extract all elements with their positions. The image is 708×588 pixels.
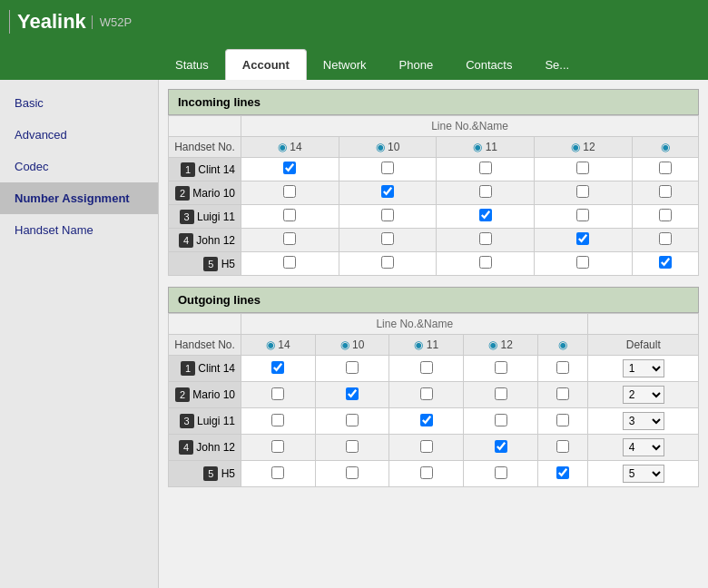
incoming-checkbox-row2-col1[interactable] — [283, 185, 296, 198]
outgoing-checkbox-row4-col3[interactable] — [420, 440, 433, 453]
incoming-checkbox-row4-col2[interactable] — [381, 232, 394, 245]
outgoing-line-10: ◉ 10 — [315, 335, 389, 356]
outgoing-row: 1 Clint 1412345 — [169, 356, 699, 382]
outgoing-checkbox-row5-col4[interactable] — [495, 466, 507, 479]
incoming-checkbox-row4-col1[interactable] — [283, 232, 296, 245]
tab-contacts[interactable]: Contacts — [449, 49, 528, 80]
outgoing-checkbox-row3-col4[interactable] — [495, 414, 507, 426]
outgoing-checkbox-row1-col4[interactable] — [495, 361, 507, 374]
tab-phone[interactable]: Phone — [383, 49, 450, 80]
incoming-row: 3 Luigi 11 — [169, 205, 699, 229]
outgoing-row: 4 John 1212345 — [169, 435, 699, 461]
row-badge: 5 — [203, 466, 218, 481]
incoming-checkbox-row5-col5[interactable] — [659, 256, 672, 269]
sidebar-item-number-assignment[interactable]: Number Assignment — [0, 182, 158, 214]
outgoing-line-no-name-header: Line No.&Name — [241, 314, 588, 335]
outgoing-checkbox-row1-col3[interactable] — [420, 361, 433, 374]
incoming-table: Line No.&Name Handset No. ◉ 14 ◉ 10 ◉ 11… — [168, 115, 699, 276]
outgoing-checkbox-row3-col2[interactable] — [346, 414, 359, 426]
outgoing-default-select-row3[interactable]: 12345 — [623, 412, 664, 430]
incoming-checkbox-row5-col4[interactable] — [576, 256, 589, 269]
tab-network[interactable]: Network — [307, 49, 383, 80]
row-name: Mario 10 — [192, 388, 235, 401]
outgoing-handset-no-label: Handset No. — [169, 335, 241, 356]
sidebar-item-advanced[interactable]: Advanced — [0, 119, 158, 151]
outgoing-checkbox-row5-col5[interactable] — [556, 466, 569, 479]
row-name: Mario 10 — [192, 187, 235, 200]
outgoing-checkbox-row3-col3[interactable] — [420, 414, 433, 426]
sidebar-item-codec[interactable]: Codec — [0, 151, 158, 182]
outgoing-checkbox-row4-col2[interactable] — [346, 440, 359, 453]
layout: Basic Advanced Codec Number Assignment H… — [0, 80, 708, 588]
outgoing-checkbox-row2-col2[interactable] — [346, 387, 359, 400]
incoming-checkbox-row2-col3[interactable] — [479, 185, 492, 198]
outgoing-checkbox-row1-col2[interactable] — [346, 361, 359, 374]
incoming-empty-header — [169, 116, 241, 137]
outgoing-checkbox-row4-col4[interactable] — [495, 440, 507, 453]
row-badge: 2 — [175, 186, 190, 201]
incoming-checkbox-row3-col2[interactable] — [381, 209, 394, 221]
incoming-checkbox-row1-col4[interactable] — [576, 162, 589, 174]
incoming-row: 5 H5 — [169, 252, 699, 276]
incoming-checkbox-row3-col1[interactable] — [283, 209, 296, 221]
outgoing-checkbox-row5-col2[interactable] — [346, 466, 359, 479]
incoming-checkbox-row1-col5[interactable] — [659, 162, 672, 174]
row-badge: 1 — [181, 162, 195, 177]
incoming-checkbox-row1-col1[interactable] — [283, 162, 296, 174]
tab-status[interactable]: Status — [159, 49, 225, 80]
outgoing-checkbox-row5-col1[interactable] — [271, 466, 284, 479]
incoming-checkbox-row4-col5[interactable] — [659, 232, 672, 245]
outgoing-checkbox-row1-col1[interactable] — [271, 361, 284, 374]
incoming-checkbox-row3-col3[interactable] — [479, 209, 492, 221]
outgoing-checkbox-row4-col1[interactable] — [271, 440, 284, 453]
row-badge: 3 — [180, 210, 194, 224]
outgoing-default-select-row4[interactable]: 12345 — [623, 438, 664, 456]
incoming-handset-no-label: Handset No. — [169, 137, 241, 158]
incoming-checkbox-row1-col2[interactable] — [381, 162, 394, 174]
outgoing-checkbox-row1-col5[interactable] — [556, 361, 569, 374]
outgoing-default-select-row5[interactable]: 12345 — [623, 465, 664, 483]
outgoing-default-select-row2[interactable]: 12345 — [623, 386, 664, 404]
incoming-checkbox-row1-col3[interactable] — [479, 162, 492, 174]
row-badge: 2 — [175, 387, 190, 402]
row-name: Luigi 11 — [197, 415, 235, 427]
outgoing-checkbox-row2-col5[interactable] — [556, 387, 569, 400]
brand-name: Yealink — [9, 10, 86, 34]
row-name: H5 — [221, 467, 235, 480]
outgoing-default-select-row1[interactable]: 12345 — [623, 359, 664, 377]
row-badge: 3 — [180, 414, 194, 428]
outgoing-checkbox-row2-col4[interactable] — [495, 387, 507, 400]
incoming-checkbox-row2-col4[interactable] — [576, 185, 589, 198]
tab-account[interactable]: Account — [225, 49, 307, 80]
outgoing-section-header: Outgoing lines — [168, 287, 699, 313]
outgoing-checkbox-row3-col5[interactable] — [556, 414, 569, 426]
incoming-checkbox-row4-col3[interactable] — [479, 232, 492, 245]
row-name: John 12 — [196, 234, 235, 247]
outgoing-line-14: ◉ 14 — [241, 335, 316, 356]
incoming-checkbox-row4-col4[interactable] — [576, 232, 589, 245]
incoming-checkbox-row2-col2[interactable] — [381, 185, 394, 198]
outgoing-checkbox-row2-col1[interactable] — [271, 387, 284, 400]
tab-se[interactable]: Se... — [528, 49, 585, 80]
incoming-checkbox-row5-col3[interactable] — [479, 256, 492, 269]
incoming-line-no-name-header: Line No.&Name — [241, 116, 699, 137]
outgoing-checkbox-row5-col3[interactable] — [420, 466, 433, 479]
model-name: W52P — [92, 15, 132, 29]
row-name: H5 — [221, 258, 235, 270]
row-badge: 5 — [203, 257, 218, 271]
outgoing-checkbox-row2-col3[interactable] — [420, 387, 433, 400]
outgoing-checkbox-row4-col5[interactable] — [556, 440, 569, 453]
incoming-checkbox-row5-col1[interactable] — [283, 256, 296, 269]
incoming-checkbox-row5-col2[interactable] — [381, 256, 394, 269]
outgoing-empty-header — [169, 314, 241, 335]
sidebar-item-handset-name[interactable]: Handset Name — [0, 214, 158, 246]
outgoing-line-11: ◉ 11 — [389, 335, 464, 356]
incoming-checkbox-row3-col4[interactable] — [576, 209, 589, 221]
incoming-row: 4 John 12 — [169, 229, 699, 252]
outgoing-checkbox-row3-col1[interactable] — [271, 414, 284, 426]
incoming-line-11: ◉ 11 — [437, 137, 535, 158]
sidebar-item-basic[interactable]: Basic — [0, 87, 158, 119]
incoming-checkbox-row2-col5[interactable] — [659, 185, 672, 198]
header: Yealink W52P — [0, 0, 708, 44]
incoming-checkbox-row3-col5[interactable] — [659, 209, 672, 221]
